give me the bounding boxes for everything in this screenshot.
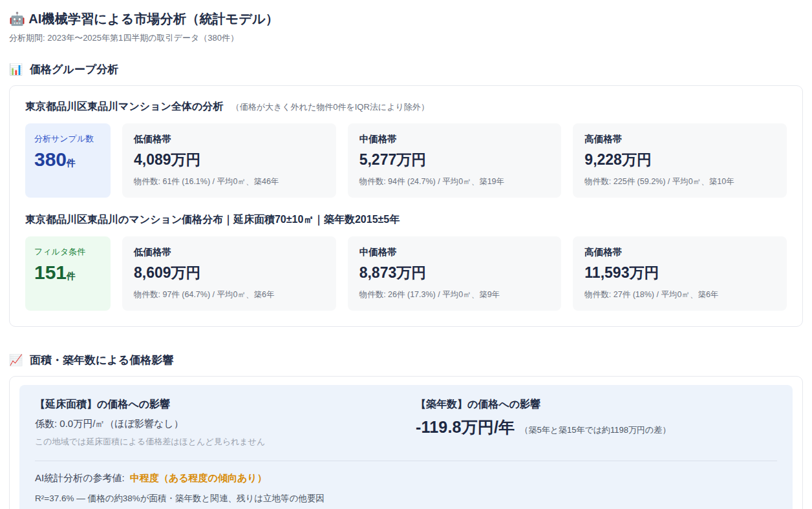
bar-chart-icon: 📊 bbox=[9, 63, 23, 76]
filtered-high-band-card: 高価格帯 11,593万円 物件数: 27件 (18%) / 平均0㎡、築6年 bbox=[573, 236, 787, 311]
r-squared-line: R²=37.6% — 価格の約38%が面積・築年数と関連、残りは立地等の他要因 bbox=[35, 493, 777, 504]
band-label: 低価格帯 bbox=[134, 246, 325, 258]
impact-grid: 【延床面積】の価格への影響 係数: 0.0万円/㎡（ほぼ影響なし） この地域では… bbox=[35, 398, 777, 448]
area-impact-title: 【延床面積】の価格への影響 bbox=[35, 398, 396, 411]
age-impact-title: 【築年数】の価格への影響 bbox=[416, 398, 777, 411]
price-group-heading-text: 価格グループ分析 bbox=[30, 63, 118, 76]
sample-count-unit: 件 bbox=[67, 158, 76, 168]
filter-count-label: フィルタ条件 bbox=[34, 246, 102, 258]
overall-low-band-card: 低価格帯 4,089万円 物件数: 61件 (16.1%) / 平均0㎡、築46… bbox=[122, 123, 336, 198]
filter-count-box: フィルタ条件 151件 bbox=[25, 236, 111, 311]
filtered-low-band-card: 低価格帯 8,609万円 物件数: 97件 (64.7%) / 平均0㎡、築6年 bbox=[122, 236, 336, 311]
sample-count-box: 分析サンプル数 380件 bbox=[25, 123, 111, 198]
age-impact-value: -119.8万円/年 bbox=[416, 417, 515, 438]
band-label: 高価格帯 bbox=[584, 133, 775, 145]
band-price: 9,228万円 bbox=[584, 150, 775, 170]
filter-count-value: 151 bbox=[34, 262, 67, 283]
age-impact-value-row: -119.8万円/年 （築5年と築15年では約1198万円の差） bbox=[416, 417, 777, 438]
band-label: 高価格帯 bbox=[584, 246, 775, 258]
band-meta: 物件数: 61件 (16.1%) / 平均0㎡、築46年 bbox=[134, 176, 325, 187]
price-group-card: 東京都品川区東品川マンション全体の分析 （価格が大きく外れた物件0件をIQR法に… bbox=[9, 85, 803, 327]
band-meta: 物件数: 94件 (24.7%) / 平均0㎡、築19年 bbox=[359, 176, 550, 187]
ai-reference-line: AI統計分析の参考値: 中程度（ある程度の傾向あり） bbox=[35, 472, 777, 484]
band-price: 11,593万円 bbox=[584, 263, 775, 283]
band-label: 低価格帯 bbox=[134, 133, 325, 145]
area-impact-column: 【延床面積】の価格への影響 係数: 0.0万円/㎡（ほぼ影響なし） この地域では… bbox=[35, 398, 396, 448]
ai-reference-label: AI統計分析の参考値: bbox=[35, 472, 125, 483]
regression-section-heading: 📈 面積・築年数による価格影響 bbox=[9, 353, 803, 368]
filter-count-value-row: 151件 bbox=[34, 262, 102, 284]
band-meta: 物件数: 26件 (17.3%) / 平均0㎡、築9年 bbox=[359, 289, 550, 300]
sample-count-value: 380 bbox=[34, 149, 67, 170]
age-impact-column: 【築年数】の価格への影響 -119.8万円/年 （築5年と築15年では約1198… bbox=[416, 398, 777, 448]
band-meta: 物件数: 97件 (64.7%) / 平均0㎡、築6年 bbox=[134, 289, 325, 300]
analysis-period-subtitle: 分析期間: 2023年〜2025年第1四半期の取引データ（380件） bbox=[9, 32, 803, 44]
iqr-exclusion-note: （価格が大きく外れた物件0件をIQR法により除外） bbox=[231, 102, 429, 112]
regression-divider bbox=[35, 461, 777, 461]
filtered-mid-band-card: 中価格帯 8,873万円 物件数: 26件 (17.3%) / 平均0㎡、築9年 bbox=[348, 236, 562, 311]
regression-panel: 【延床面積】の価格への影響 係数: 0.0万円/㎡（ほぼ影響なし） この地域では… bbox=[19, 385, 793, 509]
page-title-text: AI機械学習による市場分析（統計モデル） bbox=[28, 12, 279, 26]
band-meta: 物件数: 27件 (18%) / 平均0㎡、築6年 bbox=[584, 289, 775, 300]
overall-mid-band-card: 中価格帯 5,277万円 物件数: 94件 (24.7%) / 平均0㎡、築19… bbox=[348, 123, 562, 198]
band-price: 5,277万円 bbox=[359, 150, 550, 170]
page-title: 🤖 AI機械学習による市場分析（統計モデル） bbox=[9, 10, 803, 28]
filtered-analysis-title: 東京都品川区東品川のマンション価格分布｜延床面積70±10㎡｜築年数2015±5… bbox=[25, 213, 787, 227]
overall-stat-row: 分析サンプル数 380件 低価格帯 4,089万円 物件数: 61件 (16.1… bbox=[25, 123, 787, 198]
filtered-analysis-title-text: 東京都品川区東品川のマンション価格分布｜延床面積70±10㎡｜築年数2015±5… bbox=[25, 214, 400, 225]
band-price: 8,873万円 bbox=[359, 263, 550, 283]
overall-analysis-title: 東京都品川区東品川マンション全体の分析 （価格が大きく外れた物件0件をIQR法に… bbox=[25, 100, 787, 114]
filtered-stat-row: フィルタ条件 151件 低価格帯 8,609万円 物件数: 97件 (64.7%… bbox=[25, 236, 787, 311]
sample-count-value-row: 380件 bbox=[34, 149, 102, 171]
sample-count-label: 分析サンプル数 bbox=[34, 133, 102, 145]
overall-high-band-card: 高価格帯 9,228万円 物件数: 225件 (59.2%) / 平均0㎡、築1… bbox=[573, 123, 787, 198]
band-meta: 物件数: 225件 (59.2%) / 平均0㎡、築10年 bbox=[584, 176, 775, 187]
area-impact-coefficient: 係数: 0.0万円/㎡（ほぼ影響なし） bbox=[35, 418, 396, 430]
band-price: 4,089万円 bbox=[134, 150, 325, 170]
regression-heading-text: 面積・築年数による価格影響 bbox=[30, 354, 173, 366]
overall-analysis-title-text: 東京都品川区東品川マンション全体の分析 bbox=[25, 101, 223, 112]
area-impact-note: この地域では延床面積による価格差はほとんど見られません bbox=[35, 436, 396, 448]
filter-count-unit: 件 bbox=[67, 271, 76, 281]
price-group-section-heading: 📊 価格グループ分析 bbox=[9, 62, 803, 77]
robot-icon: 🤖 bbox=[9, 12, 25, 26]
band-label: 中価格帯 bbox=[359, 133, 550, 145]
band-price: 8,609万円 bbox=[134, 263, 325, 283]
regression-card: 【延床面積】の価格への影響 係数: 0.0万円/㎡（ほぼ影響なし） この地域では… bbox=[9, 376, 803, 509]
age-impact-note: （築5年と築15年では約1198万円の差） bbox=[520, 424, 670, 436]
band-label: 中価格帯 bbox=[359, 246, 550, 258]
ai-reference-value: 中程度（ある程度の傾向あり） bbox=[130, 472, 267, 483]
line-chart-icon: 📈 bbox=[9, 354, 23, 366]
